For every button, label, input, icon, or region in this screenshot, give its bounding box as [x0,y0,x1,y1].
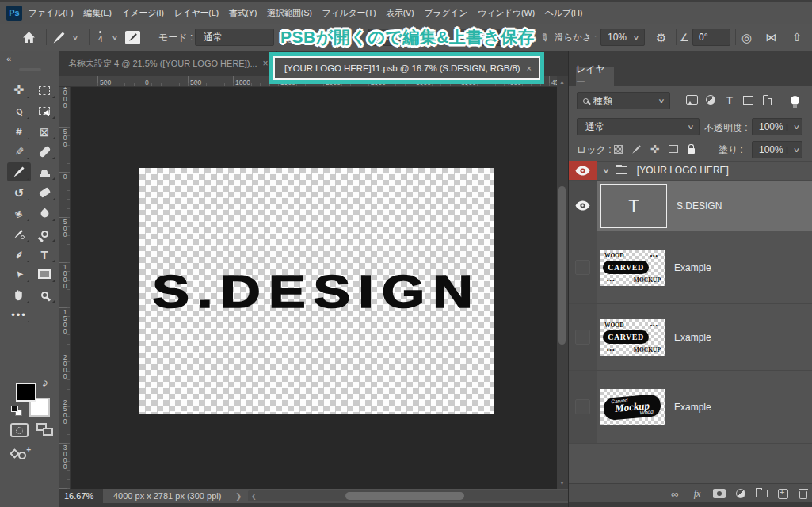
brush-preset-icon[interactable] [52,24,66,51]
status-chevron[interactable]: ❯ [235,489,242,503]
eyedropper-tool[interactable]: ✎ [7,142,31,161]
layer-row-3[interactable]: WOOD•••CARVEDMOCKUP•••Example [569,304,812,371]
fill-select[interactable]: 100% ∨ [752,141,802,158]
menu-item-4[interactable]: 書式(Y) [223,2,261,24]
group-expand-chevron[interactable]: ∨ [602,167,609,174]
menu-item-0[interactable]: ファイル(F) [23,2,78,24]
layer-thumbnail[interactable]: WOOD•••CARVEDMOCKUP••• [600,319,665,356]
delete-layer-icon[interactable] [794,484,812,503]
text-layer-thumbnail[interactable]: T [600,184,667,228]
layer-visibility-empty[interactable] [569,304,597,370]
crop-tool[interactable]: # [7,122,31,141]
horizontal-scrollbar-thumb[interactable] [345,492,464,500]
rectangle-tool[interactable] [32,265,56,284]
adjustment-layer-filter-icon[interactable] [702,86,719,114]
lock-pixels-icon[interactable] [628,141,645,157]
menu-item-7[interactable]: 表示(V) [381,2,419,24]
new-adjustment-layer-icon[interactable] [731,484,750,503]
shape-layer-filter-icon[interactable] [739,86,757,114]
brush-size-chevron[interactable]: ∨ [112,24,117,51]
vertical-scrollbar-thumb[interactable] [558,186,566,345]
document-tab-active-highlight[interactable]: [YOUR LOGO HERE]11.psb @ 16.7% (S.DESIGN… [269,52,544,84]
brush-size-control[interactable]: 4 [98,24,103,51]
layer-filter-select[interactable]: 種類 ∨ [577,92,670,109]
butterfly-symmetry-icon[interactable]: ⋈ [765,24,776,51]
edit-in-icon[interactable]: + [10,445,31,463]
type-layer-filter-icon[interactable]: T [721,86,738,114]
move-tool[interactable]: ✜ [7,81,31,100]
document-tab-inactive[interactable]: 名称未設定 4 @ 21.5% ([YOUR LOGO HERE])... × [59,51,277,76]
pixel-layer-filter-icon[interactable] [683,86,700,114]
swap-colors-icon[interactable]: ↷ [39,379,50,387]
menu-item-5[interactable]: 選択範囲(S) [262,2,318,24]
add-layer-mask-icon[interactable] [710,484,729,503]
layer-visibility-eye[interactable] [569,161,597,180]
new-layer-icon[interactable] [773,484,792,503]
edit-toolbar-tool[interactable]: ••• [7,305,31,324]
vertical-scrollbar[interactable]: ▲ ▼ [557,76,568,489]
clone-stamp-tool[interactable] [32,162,56,181]
slice-tool[interactable]: ⊠ [32,122,56,141]
layer-thumbnail[interactable]: CarvedMockupWood [600,389,665,425]
layers-panel-tab[interactable]: レイヤー [576,67,614,86]
eraser-tool[interactable] [32,183,56,202]
object-selection-tool[interactable] [32,101,56,120]
zoom-level-field[interactable]: 16.67% [59,489,103,503]
brush-panel-toggle[interactable] [125,24,140,51]
lock-position-icon[interactable]: ✜ [646,141,663,157]
layer-visibility-empty[interactable] [569,231,597,303]
symmetry-icon[interactable]: ◎ [741,24,752,51]
layer-row-2[interactable]: WOOD•••CARVEDMOCKUP•••Example [569,231,812,304]
filter-toggle-icon[interactable] [786,86,803,114]
home-icon[interactable] [22,24,36,51]
mode-select[interactable]: 通常 [195,24,274,51]
new-group-icon[interactable] [752,484,771,503]
paint-bucket-tool[interactable]: ◈ [7,204,31,223]
layer-visibility-empty[interactable] [569,371,597,443]
smoothing-select[interactable]: 10% ∨ [600,24,639,51]
quick-mask-toggle[interactable] [10,423,29,437]
lock-artboard-icon[interactable] [665,141,681,157]
menu-item-9[interactable]: ウィンドウ(W) [473,2,540,24]
lock-all-icon[interactable] [683,141,700,157]
default-colors-icon[interactable] [11,406,18,412]
smoothing-gear-icon[interactable]: ⚙ [656,24,666,51]
layer-thumbnail[interactable]: WOOD•••CARVEDMOCKUP••• [600,250,665,286]
path-selection-tool[interactable]: ➤ [7,265,31,284]
rectangular-marquee-tool[interactable] [32,81,56,100]
foreground-color-swatch[interactable] [16,383,36,402]
menu-item-1[interactable]: 編集(E) [78,2,116,24]
blend-mode-select[interactable]: 通常 ∨ [577,118,700,135]
layer-row-1[interactable]: TS.DESIGN [569,181,812,231]
angle-field[interactable]: 0° [692,24,730,51]
horizontal-type-tool[interactable]: T [32,245,56,264]
blur-tool[interactable] [32,204,56,223]
collapse-panel-chevrons[interactable]: « [6,54,11,63]
brush-preset-chevron[interactable]: ∨ [73,24,78,51]
screen-mode-toggle[interactable] [36,423,55,437]
menu-item-2[interactable]: イメージ(I) [116,2,169,24]
photoshop-app-icon[interactable]: Ps [6,6,22,21]
zoom-tool[interactable] [32,285,56,304]
pen-tool[interactable]: ✒ [7,245,31,264]
lock-transparent-icon[interactable] [610,141,627,157]
brush-tool[interactable] [7,162,31,181]
layer-visibility-eye[interactable] [569,181,597,231]
history-brush-tool[interactable]: ↺ [7,183,31,202]
toolbar-drag-handle[interactable] [19,68,41,71]
airbrush-icon[interactable]: ✎ [540,24,549,51]
link-layers-icon[interactable]: ∞ [665,484,684,503]
menu-item-6[interactable]: フィルター(T) [317,2,381,24]
menu-item-10[interactable]: ヘルプ(H) [539,2,587,24]
hand-tool[interactable] [7,285,31,304]
smart-object-filter-icon[interactable] [758,86,776,114]
tab-close-icon[interactable]: × [526,63,531,73]
lasso-tool[interactable]: ϙ [7,101,31,120]
menu-item-8[interactable]: プラグイン [419,2,473,24]
layer-row-group[interactable]: ∨[YOUR LOGO HERE] [569,161,812,181]
share-icon[interactable]: ⇧ [792,24,802,51]
horizontal-scrollbar[interactable]: ❮ ❯ [248,490,620,501]
tab-close-icon[interactable]: × [263,58,269,69]
mixer-brush-tool[interactable] [7,224,31,243]
layer-row-4[interactable]: CarvedMockupWoodExample [569,371,812,444]
